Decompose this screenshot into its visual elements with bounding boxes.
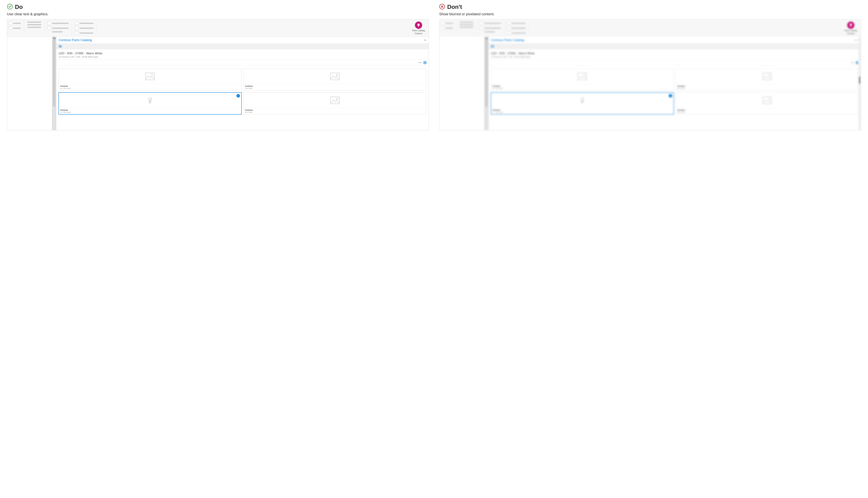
card-spec: 85w Equal	[677, 88, 857, 89]
scroll-up-icon[interactable]	[53, 38, 55, 39]
ribbon-group	[9, 22, 24, 35]
hamburger-icon[interactable]	[491, 45, 494, 47]
ribbon-group	[75, 22, 97, 35]
svg-rect-6	[331, 97, 339, 104]
view-toolbar	[56, 60, 429, 66]
selected-check-icon	[669, 94, 672, 97]
pane-controls[interactable]: ▾ ✕	[855, 39, 858, 41]
x-circle-icon	[439, 4, 445, 10]
svg-point-12	[769, 74, 770, 75]
dont-header: Don't	[439, 3, 861, 10]
svg-rect-14	[763, 97, 772, 104]
task-pane: Contoso Parts Catalog ▼ LED - R30 - 2700…	[56, 37, 429, 130]
results-grid: Contoso60 - 65w EqualContoso85w EqualCon…	[56, 66, 429, 117]
svg-rect-11	[763, 73, 772, 80]
ribbon-group	[27, 22, 44, 35]
result-card[interactable]: Contoso60 - 65w Equal	[59, 68, 242, 90]
card-spec: 60 - 65w Equal	[492, 88, 672, 89]
svg-rect-13	[582, 102, 583, 103]
task-pane: Contoso Parts Catalog▾ ✕ LED - R30 - 270…	[488, 37, 861, 130]
card-spec: 85w Equal	[245, 88, 425, 89]
addin-ribbon-button[interactable]: Parts Catalog Contoso	[842, 22, 859, 35]
card-spec: 60 - 65w Equal	[60, 88, 240, 89]
card-brand: Contoso	[677, 109, 857, 111]
svg-rect-1	[146, 73, 155, 80]
image-placeholder-icon	[676, 93, 858, 108]
result-card[interactable]: Contoso60 - 65w Equal	[491, 68, 674, 90]
bulb-product-image	[491, 93, 674, 108]
lightbulb-icon	[415, 22, 422, 29]
list-view-icon[interactable]	[418, 61, 422, 64]
ribbon-group	[48, 22, 72, 35]
result-card[interactable]: Contoso85w Equal	[676, 92, 859, 114]
query-subtitle: 16 results in LED - R30 - 60-65 Watt Equ…	[59, 56, 426, 58]
do-title: Do	[15, 3, 23, 10]
do-subtitle: Use clear text & graphics.	[7, 12, 429, 16]
card-brand: Contoso	[492, 109, 672, 111]
dont-title: Don't	[447, 3, 462, 10]
card-spec: 85w Equal	[245, 112, 425, 113]
svg-rect-3	[331, 73, 339, 80]
results-grid: Contoso60 - 65w EqualContoso85w EqualCon…	[489, 66, 861, 117]
chevron-down-icon[interactable]: ▼	[424, 39, 426, 41]
query-title: LED - R30 - 2700K - Warm White	[59, 52, 426, 55]
svg-rect-5	[150, 102, 151, 103]
lightbulb-icon	[847, 22, 854, 29]
svg-point-4	[336, 74, 338, 75]
do-column: Do Use clear text & graphics.	[7, 3, 429, 130]
selected-check-icon	[236, 94, 240, 97]
ribbon: Parts Catalog Contoso	[7, 19, 429, 37]
workarea: Contoso Parts Catalog▾ ✕ LED - R30 - 270…	[439, 37, 861, 130]
scroll-thumb[interactable]	[53, 41, 55, 106]
result-card[interactable]: Contoso85w Equal	[244, 68, 426, 90]
image-placeholder-icon	[244, 69, 426, 84]
query-header: LED - R30 - 2700K - Warm White 16 result…	[56, 49, 429, 60]
scrollbar[interactable]	[484, 37, 488, 130]
card-spec: 85w Equal	[677, 112, 857, 113]
result-card[interactable]: Contoso60 - 65w Equal	[59, 92, 242, 115]
scroll-thumb[interactable]	[859, 77, 860, 84]
dont-subtitle: Show blurred or pixelated content.	[439, 12, 861, 16]
outer-scrollbar[interactable]	[858, 37, 861, 130]
card-spec: 60 - 65w Equal	[492, 112, 672, 113]
bulb-product-image	[59, 93, 241, 108]
image-placeholder-icon	[491, 69, 674, 84]
dont-column: Don't Show blurred or pixelated content.…	[439, 3, 861, 130]
ribbon: Parts Catalog Contoso	[439, 19, 861, 37]
check-circle-icon	[7, 4, 13, 10]
pane-toolbar	[56, 43, 429, 49]
document-area[interactable]	[7, 37, 52, 130]
card-brand: Contoso	[677, 85, 857, 87]
pane-title: Contoso Parts Catalog	[59, 38, 92, 42]
svg-point-0	[7, 4, 13, 9]
result-card[interactable]: Contoso60 - 65w Equal	[491, 92, 674, 115]
image-placeholder-icon	[59, 69, 241, 84]
svg-point-7	[336, 98, 338, 99]
card-spec: 60 - 65w Equal	[60, 112, 240, 113]
svg-point-2	[152, 74, 153, 75]
dont-screenshot: Parts Catalog Contoso Contoso Parts Cata…	[439, 19, 861, 130]
svg-point-15	[769, 98, 770, 99]
workarea: Contoso Parts Catalog ▼ LED - R30 - 2700…	[7, 37, 429, 130]
image-placeholder-icon	[244, 93, 426, 108]
card-brand: Contoso	[245, 85, 425, 87]
addin-label-1: Parts Catalog	[412, 29, 425, 32]
scrollbar[interactable]	[52, 37, 56, 130]
do-header: Do	[7, 3, 429, 10]
addin-ribbon-button[interactable]: Parts Catalog Contoso	[410, 22, 427, 35]
card-brand: Contoso	[60, 109, 240, 111]
svg-point-10	[584, 74, 585, 75]
card-brand: Contoso	[245, 109, 425, 111]
result-card[interactable]: Contoso85w Equal	[244, 92, 426, 114]
document-area[interactable]	[439, 37, 484, 130]
svg-rect-9	[578, 73, 587, 80]
hamburger-icon[interactable]	[59, 45, 62, 47]
card-brand: Contoso	[60, 85, 240, 87]
pane-title-bar: Contoso Parts Catalog ▼	[56, 37, 429, 43]
image-placeholder-icon	[676, 69, 858, 84]
card-brand: Contoso	[492, 85, 672, 87]
grid-view-icon[interactable]	[424, 61, 427, 64]
result-card[interactable]: Contoso85w Equal	[676, 68, 859, 90]
list-view-icon[interactable]	[851, 61, 854, 64]
do-screenshot: Parts Catalog Contoso Contoso Parts Cata…	[7, 19, 429, 130]
